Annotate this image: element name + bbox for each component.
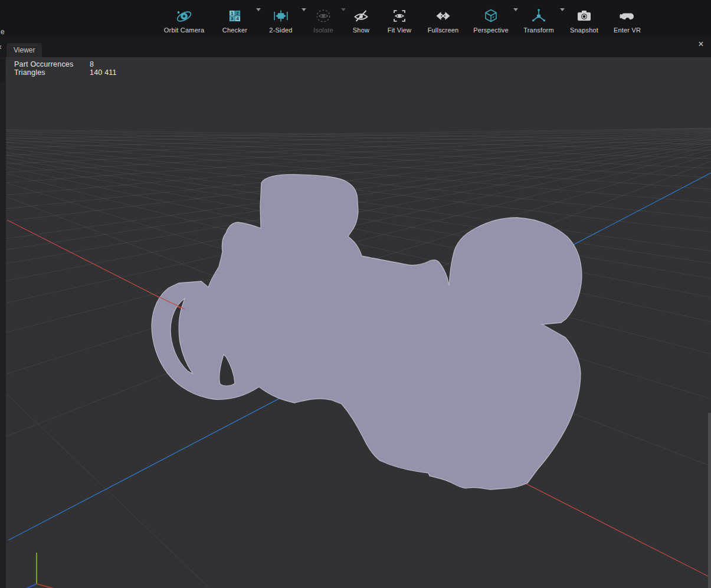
two-sided-dropdown-caret[interactable] — [302, 8, 306, 11]
toolbar-item-label: Orbit Camera — [164, 27, 204, 34]
stat-label-triangles: Triangles — [14, 69, 90, 77]
tab-viewer-label: Viewer — [14, 46, 35, 54]
toolbar-item-show[interactable]: Show — [348, 0, 374, 34]
toolbar-item-label: Fit View — [388, 27, 412, 34]
isolate-dropdown-caret[interactable] — [341, 8, 346, 11]
viewer-app: { "toolbar": { "items": [ {"id":"orbit-c… — [0, 0, 711, 588]
show-icon — [353, 8, 369, 24]
enter-vr-icon — [619, 8, 635, 24]
toolbar-item-fit-view[interactable]: Fit View — [384, 0, 415, 34]
checker-dropdown-caret[interactable] — [256, 8, 261, 11]
toolbar-item-label: Show — [353, 27, 369, 34]
toolbar-item-label: Enter VR — [614, 27, 641, 34]
toolbar-item-perspective[interactable]: Perspective — [471, 0, 510, 34]
scene-stats: Part Occurrences 8 Triangles 140 411 — [14, 61, 117, 77]
checker-icon: 1 2 3 4 — [227, 8, 243, 24]
left-edge-text-fragment: e — [1, 28, 5, 36]
toolbar-item-fullscreen[interactable]: Fullscreen — [425, 0, 461, 34]
toolbar-item-label: Snapshot — [570, 27, 598, 34]
perspective-icon — [483, 8, 499, 24]
svg-text:2: 2 — [236, 11, 239, 16]
toolbar-item-checker[interactable]: 1 2 3 4Checker — [217, 0, 253, 34]
toolbar-item-label: Transform — [523, 27, 554, 34]
tab-strip: Viewer × — [0, 35, 711, 57]
two-sided-icon — [273, 8, 289, 24]
stat-value-triangles: 140 411 — [90, 69, 117, 77]
toolbar-item-enter-vr[interactable]: Enter VR — [611, 0, 643, 34]
svg-text:1: 1 — [231, 11, 234, 16]
toolbar-item-snapshot[interactable]: Snapshot — [567, 0, 601, 34]
toolbar-item-two-sided[interactable]: 2-Sided — [263, 0, 299, 34]
transform-dropdown-caret[interactable] — [560, 8, 565, 11]
toolbar-item-label: Fullscreen — [428, 27, 459, 34]
toolbar-items: Orbit Camera 1 2 3 4Checker 2-Sided Isol… — [162, 0, 643, 35]
orbit-camera-icon — [176, 8, 192, 24]
perspective-dropdown-caret[interactable] — [513, 8, 518, 11]
left-panel-handle[interactable] — [0, 59, 5, 83]
fullscreen-icon — [435, 8, 451, 24]
isolate-icon — [315, 8, 332, 24]
toolbar-item-label: Perspective — [473, 27, 509, 34]
toolbar-item-label: 2-Sided — [269, 27, 292, 34]
tab-viewer[interactable]: Viewer — [6, 43, 42, 57]
main-toolbar: Orbit Camera 1 2 3 4Checker 2-Sided Isol… — [0, 0, 711, 35]
stat-value-part-occurrences: 8 — [90, 61, 117, 68]
transform-icon — [530, 8, 547, 24]
toolbar-item-orbit-camera[interactable]: Orbit Camera — [162, 0, 207, 34]
snapshot-icon — [576, 8, 592, 24]
viewport-3d[interactable] — [6, 57, 711, 588]
toolbar-item-isolate: Isolate — [309, 0, 338, 34]
svg-text:4: 4 — [236, 16, 239, 21]
fit-view-icon — [391, 8, 408, 24]
close-icon[interactable]: × — [694, 37, 708, 51]
scrollbar-thumb[interactable] — [708, 413, 711, 588]
left-edge-close-icon[interactable]: × — [0, 42, 2, 52]
toolbar-item-label: Isolate — [313, 27, 333, 34]
svg-text:3: 3 — [231, 16, 234, 21]
toolbar-item-label: Checker — [222, 27, 247, 34]
left-panel-edge — [0, 57, 6, 588]
toolbar-item-transform[interactable]: Transform — [520, 0, 557, 34]
stat-label-part-occurrences: Part Occurrences — [14, 61, 90, 68]
